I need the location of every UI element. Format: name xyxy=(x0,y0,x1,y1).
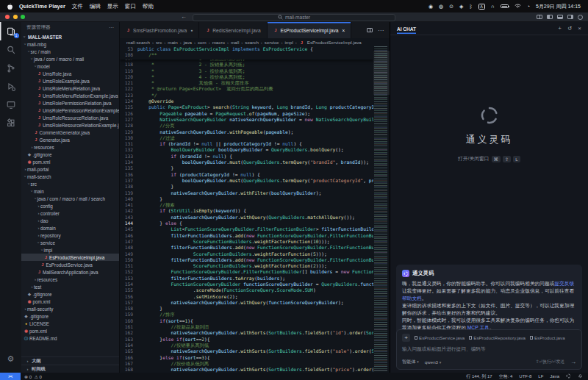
tree-item[interactable]: ›resources xyxy=(21,276,119,283)
code-line[interactable]: 168 nativeSearchQueryBuilder.withSorts(S… xyxy=(120,367,373,373)
tree-item[interactable]: ›config xyxy=(21,202,119,209)
code-line[interactable]: 144 } else { xyxy=(120,221,373,226)
tree-item[interactable]: ›mall-mbg xyxy=(21,40,119,48)
tree-item[interactable]: JMallSearchApplication.java xyxy=(21,268,119,276)
code-line[interactable]: 134 boolQueryBuilder.must(QueryBuilders.… xyxy=(120,159,373,165)
code-line[interactable]: 152 FunctionScoreQueryBuilder.FilterFunc… xyxy=(120,269,373,275)
code-line[interactable]: 145 List<FunctionScoreQueryBuilder.Filte… xyxy=(120,226,373,232)
chat-input-placeholder[interactable]: 输入问题或粘贴图片进行提问、编码等 xyxy=(402,346,576,353)
tree-item[interactable]: ›mall-portal xyxy=(21,165,119,173)
breadcrumb-item[interactable]: search xyxy=(245,40,259,45)
outline-section[interactable]: › 大纲 xyxy=(21,356,119,365)
close-tab-icon[interactable]: × xyxy=(342,28,345,33)
mode-dropdown[interactable]: 智能体 ▾ xyxy=(402,359,419,365)
tree-item[interactable]: ›java / com / macro / mall xyxy=(21,55,119,62)
tree-item[interactable]: ◆.gitignore xyxy=(21,151,119,158)
editor-tab[interactable]: JRedisServiceImpl.java xyxy=(199,22,267,38)
code-line[interactable]: 129 nativeSearchQueryBuilder.withPageabl… xyxy=(120,129,373,135)
code-line[interactable]: 154 FunctionScoreQueryBuilder functionSc… xyxy=(120,282,373,287)
code-line[interactable]: 143 nativeSearchQueryBuilder.withQuery(Q… xyxy=(120,215,373,221)
tree-item[interactable]: JUmsRoleMenuRelationExample.java xyxy=(21,92,119,99)
code-line[interactable]: 122 * @return Page<EsProduct> 返回分页后的商品列表 xyxy=(120,86,373,92)
tree-item[interactable]: ›java / com / macro / mall / search xyxy=(21,195,119,202)
code-line[interactable]: 138 } xyxy=(120,184,373,190)
tree-item[interactable]: JGenerator.java xyxy=(21,136,119,143)
more-actions-icon[interactable]: ⋯ xyxy=(109,25,114,31)
tree-item[interactable]: ◉pom.xml xyxy=(21,158,119,165)
menubar-app-name[interactable]: QuickTime Player xyxy=(19,3,65,10)
tree-item[interactable]: JEsProductServiceImpl.java xyxy=(21,254,119,261)
code-line[interactable]: 120 * 4 - 按价格从高到低; xyxy=(120,74,373,80)
close-panel-icon[interactable]: × xyxy=(578,25,581,32)
context-chip[interactable]: EsProductRepository.java xyxy=(469,335,526,340)
code-line[interactable]: 148 filterFunctionBuilders.add(new Funct… xyxy=(120,245,373,251)
tree-item[interactable]: ●LICENSE xyxy=(21,320,119,327)
code-line[interactable]: 131 if (brandId != null || productCatego… xyxy=(120,141,373,147)
breadcrumb-item[interactable]: impl xyxy=(284,40,293,45)
code-line[interactable]: 164 //按销量从高到低 xyxy=(120,343,373,348)
activitybar-explorer[interactable]: 1 xyxy=(0,22,21,40)
fast-user-switch-icon[interactable]: ◔ xyxy=(527,4,530,9)
code-line[interactable]: 108 /** xyxy=(120,52,373,58)
minimap[interactable] xyxy=(374,46,387,373)
minimize-window-button[interactable] xyxy=(13,15,18,19)
code-line[interactable]: 149 ScoreFunctionBuilders.weightFactorFu… xyxy=(120,251,373,257)
code-line[interactable]: 140 } xyxy=(120,196,373,202)
activitybar-remote-explorer[interactable] xyxy=(0,96,21,114)
code-line[interactable]: 130 //过滤 xyxy=(120,135,373,141)
code-line[interactable]: 167 //按价格从低到高 xyxy=(120,361,373,367)
toggle-secondary-sidebar-icon[interactable] xyxy=(567,15,573,19)
tree-item[interactable]: ›resources xyxy=(21,143,119,151)
tree-item[interactable]: JUmsRolePermissionRelation.java xyxy=(21,99,119,107)
code-line[interactable]: 161 //按新品从新到旧 xyxy=(120,324,373,330)
remote-indicator[interactable]: >< xyxy=(0,373,21,380)
context-chip[interactable]: EsProduct.java xyxy=(530,335,565,340)
tree-item[interactable]: ›src / main xyxy=(21,48,119,55)
menubar-item[interactable]: 帮助 xyxy=(143,3,154,10)
battery-icon[interactable] xyxy=(501,4,509,9)
code-line[interactable]: 147 ScoreFunctionBuilders.weightFactorFu… xyxy=(120,239,373,245)
editor-more-actions-icon[interactable]: ⋯ xyxy=(378,27,384,34)
code-line[interactable]: 127 NativeSearchQueryBuilder nativeSearc… xyxy=(120,117,373,123)
code-line[interactable]: 159 //排序 xyxy=(120,312,373,318)
split-editor-icon[interactable] xyxy=(367,28,373,32)
tree-item[interactable]: ◉pom.xml xyxy=(21,298,119,305)
tree-item[interactable]: ›mall-search xyxy=(21,173,119,180)
context-chip[interactable]: EsProductService.java xyxy=(415,335,465,340)
breadcrumb-item[interactable]: mall xyxy=(231,40,239,45)
tree-item[interactable]: ›domain xyxy=(21,224,119,232)
wifi-icon[interactable] xyxy=(514,4,521,10)
workspace-root[interactable]: › MALL-MASTER xyxy=(21,33,119,40)
notifications-bell-icon[interactable] xyxy=(578,373,583,379)
code-line[interactable]: 118 * 2 - 按销量从高到低; xyxy=(120,62,373,68)
tree-item[interactable]: JUmsRoleMenuRelation.java xyxy=(21,85,119,92)
code-line[interactable]: 128 //分页 xyxy=(120,123,373,129)
lingma-status-icon[interactable] xyxy=(566,373,571,379)
history-icon[interactable]: ↺ xyxy=(567,25,572,32)
menubar-clock[interactable]: 5月29日 周四 14:15 xyxy=(536,3,581,10)
headphones-icon[interactable]: ∩ xyxy=(491,4,495,9)
tree-item[interactable]: ›main xyxy=(21,187,119,195)
send-button[interactable]: → xyxy=(570,359,576,365)
breadcrumb-item[interactable]: com xyxy=(198,40,207,45)
code-line[interactable]: 153 filterFunctionBuilders.toArray(build… xyxy=(120,276,373,282)
activitybar-source-control[interactable] xyxy=(0,59,21,77)
minimap-slider[interactable] xyxy=(373,51,390,95)
sticky-scroll[interactable]: 53public class EsProductServiceImpl impl… xyxy=(120,46,373,60)
nav-back-icon[interactable]: ← xyxy=(181,13,187,20)
editor-tab[interactable]: JSmsFlashPromotion.java● xyxy=(120,22,199,38)
tree-item[interactable]: ›impl xyxy=(21,246,119,254)
tree-item[interactable]: JUmsRoleResourceRelation.java xyxy=(21,114,119,121)
breadcrumb[interactable]: mall-search›src›main›java›com›macro›mall… xyxy=(120,38,390,46)
breadcrumb-item[interactable]: macro xyxy=(212,40,225,45)
breadcrumb-item[interactable]: mall-search xyxy=(126,40,150,45)
customize-layout-icon[interactable] xyxy=(578,15,583,20)
code-line[interactable]: 156 .setMinScore(2); xyxy=(120,294,373,300)
toggle-primary-sidebar-icon[interactable] xyxy=(547,15,553,19)
statusbar-item[interactable]: 行 144, 列 17 xyxy=(466,373,492,380)
code-line[interactable]: 121 * 其他值 - 按相关度排序 xyxy=(120,80,373,86)
screen-record-icon[interactable]: ◉ xyxy=(429,4,433,10)
activitybar-manage[interactable]: ⚙ xyxy=(7,354,15,364)
activitybar-search[interactable] xyxy=(0,40,21,59)
code-line[interactable]: 124 @Override xyxy=(120,98,373,104)
